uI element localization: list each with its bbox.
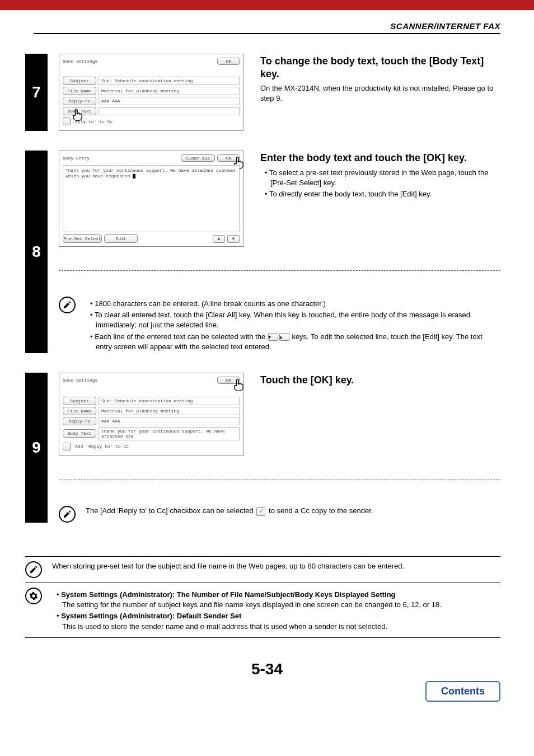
- reply-to-field[interactable]: AAA AAA: [99, 417, 240, 425]
- touch-hand-icon: [69, 107, 243, 124]
- screen-title: Send Settings: [63, 59, 97, 64]
- scroll-up-button[interactable]: ▲: [213, 235, 225, 243]
- pencil-note-icon: [25, 561, 42, 578]
- step-9-heading: Touch the [OK] key.: [260, 374, 500, 387]
- cc-checkbox[interactable]: [63, 443, 71, 450]
- step-8-note-3: Each line of the entered text can be sel…: [88, 332, 500, 352]
- file-name-button[interactable]: File Name: [63, 87, 96, 95]
- subject-field[interactable]: Sub: Schedule coordination meeting: [99, 77, 240, 85]
- contents-button[interactable]: Contents: [425, 681, 500, 702]
- send-settings-screen-7: Send Settings OK Subject Sub: Schedule c…: [59, 54, 243, 131]
- file-name-field[interactable]: Material for planning meeting: [99, 407, 240, 415]
- subject-button[interactable]: Subject: [63, 397, 96, 405]
- body-text-button[interactable]: Body Text: [63, 429, 96, 438]
- scroll-down-button[interactable]: ▼: [227, 235, 240, 243]
- step-8-note-2: To clear all entered text, touch the [Cl…: [88, 310, 500, 330]
- page: SCANNER/INTERNET FAX 7 Send Settings OK …: [0, 0, 534, 712]
- step-8-bullet-1: To select a pre-set text previously stor…: [263, 168, 500, 188]
- header: SCANNER/INTERNET FAX: [34, 21, 500, 34]
- page-number: 5-34: [0, 660, 534, 678]
- step-7: 7 Send Settings OK Subject Sub: Schedule…: [25, 54, 500, 131]
- send-settings-screen-9: Send Settings OK Subject Sub: Schedule c…: [59, 373, 243, 456]
- body-text-field[interactable]: Thank you for your continuous support. W…: [99, 427, 240, 440]
- dashed-separator: [59, 270, 500, 271]
- step-8-heading: Enter the body text and touch the [OK] k…: [260, 152, 500, 165]
- subject-button[interactable]: Subject: [63, 77, 96, 85]
- screen-title: Send Settings: [63, 378, 97, 383]
- up-key-icon: ▲: [279, 333, 289, 341]
- touch-hand-icon: [231, 378, 246, 395]
- step-7-heading: To change the body text, touch the [Body…: [260, 55, 500, 80]
- text-cursor: [133, 174, 135, 179]
- step-number-9: 9: [25, 373, 48, 523]
- body-text-area[interactable]: Thank you for your continuous support. W…: [63, 165, 240, 232]
- step-9-note: The [Add 'Reply to' to Cc] checkbox can …: [86, 506, 500, 516]
- reply-to-field[interactable]: AAA AAA: [99, 97, 240, 105]
- system-setting-1: System Settings (Administrator): The Num…: [54, 590, 500, 610]
- preset-character-limit-tip: When storing pre-set text for the subjec…: [52, 561, 500, 572]
- body-entry-screen: Body Entry Clear All OK Thank you for yo…: [59, 151, 243, 247]
- red-top-bar: [0, 0, 534, 10]
- step-number-7: 7: [25, 54, 48, 131]
- ok-button[interactable]: OK: [217, 58, 240, 65]
- step-8-bullet-2: To directly enter the body text, touch t…: [263, 189, 500, 199]
- section-header: SCANNER/INTERNET FAX: [390, 21, 500, 31]
- screen-title: Body Entry: [63, 156, 90, 161]
- step-9: 9 Send Settings OK Subject: [25, 373, 500, 523]
- edit-button[interactable]: Edit: [104, 234, 138, 243]
- pencil-note-icon: [59, 506, 76, 523]
- body-text-content: Thank you for your continuous support. W…: [65, 168, 235, 179]
- system-setting-2: System Settings (Administrator): Default…: [54, 611, 500, 631]
- step-8: 8 Body Entry Clear All OK: [25, 151, 500, 353]
- file-name-button[interactable]: File Name: [63, 407, 96, 415]
- step-number-8: 8: [25, 151, 48, 353]
- gear-icon: [25, 588, 42, 604]
- reply-to-button[interactable]: Reply-To: [63, 417, 96, 425]
- cc-label: Add 'Reply to' to Cc: [75, 444, 129, 449]
- clear-all-button[interactable]: Clear All: [181, 154, 215, 162]
- bottom-tips: When storing pre-set text for the subjec…: [25, 556, 500, 638]
- subject-field[interactable]: Sub: Schedule coordination meeting: [99, 397, 240, 405]
- checkmark-icon: ✓: [256, 507, 265, 516]
- reply-to-button[interactable]: Reply-To: [63, 97, 96, 105]
- down-key-icon: ▼: [268, 333, 278, 341]
- pencil-note-icon: [59, 297, 76, 313]
- dashed-separator: [59, 480, 500, 480]
- step-7-paragraph: On the MX-2314N, when the productivity k…: [260, 83, 500, 104]
- file-name-field[interactable]: Material for planning meeting: [99, 87, 240, 95]
- step-8-note-1: 1800 characters can be entered. (A line …: [88, 299, 500, 309]
- preset-select-button[interactable]: Pre-Set Select: [63, 234, 102, 243]
